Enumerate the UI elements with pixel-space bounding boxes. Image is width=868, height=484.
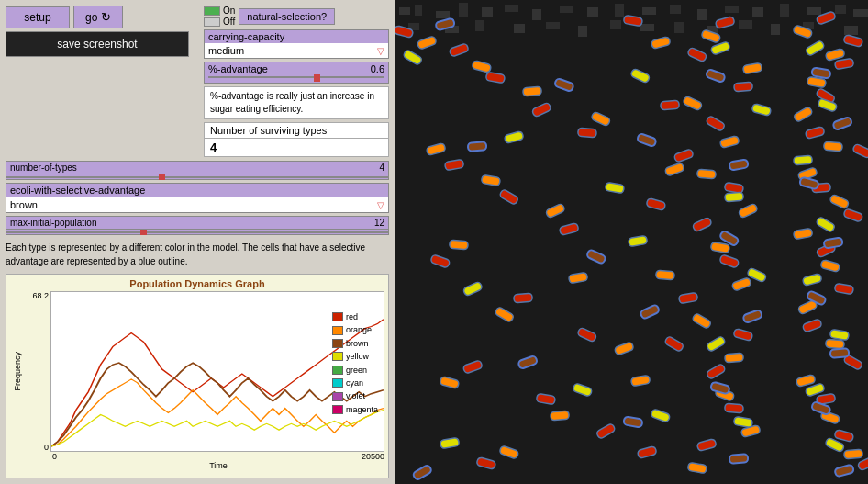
svg-rect-102 — [725, 353, 744, 363]
toggle-off-label: Off — [223, 17, 235, 27]
svg-rect-145 — [551, 411, 570, 421]
toggle-off-button[interactable]: Off — [204, 17, 235, 27]
y-axis-label: Frequency — [13, 352, 22, 391]
natural-selection-label: natural-selection? — [239, 8, 335, 25]
svg-rect-12 — [642, 7, 656, 15]
svg-rect-8 — [532, 9, 541, 20]
go-label: go — [85, 11, 97, 24]
max-initial-population-thumb[interactable] — [140, 230, 147, 235]
svg-rect-97 — [697, 169, 717, 179]
description-text: Each type is represented by a different … — [6, 239, 389, 270]
svg-rect-82 — [734, 82, 753, 92]
svg-rect-23 — [475, 20, 484, 31]
number-of-types-row: number-of-types 4 — [6, 161, 389, 174]
number-of-types-slider[interactable] — [6, 174, 389, 180]
svg-rect-5 — [459, 3, 468, 17]
svg-rect-28 — [640, 24, 654, 31]
x-axis: 0 20500 — [10, 452, 384, 461]
svg-rect-27 — [610, 20, 621, 29]
simulation-svg — [395, 0, 868, 484]
svg-rect-3 — [415, 5, 422, 16]
svg-rect-20 — [853, 9, 868, 17]
svg-rect-6 — [482, 7, 493, 17]
svg-rect-135 — [523, 86, 542, 96]
svg-rect-32 — [771, 24, 780, 35]
svg-rect-15 — [725, 6, 739, 13]
legend-red: red — [346, 310, 358, 323]
svg-rect-140 — [450, 240, 469, 250]
svg-rect-168 — [656, 270, 675, 280]
svg-rect-10 — [587, 7, 598, 17]
carrying-capacity-value: medium — [208, 45, 377, 56]
legend-orange: orange — [346, 323, 372, 336]
svg-rect-16 — [752, 7, 763, 17]
max-initial-population-row: max-initial-population 12 — [6, 216, 389, 230]
go-button[interactable]: go ↻ — [73, 6, 123, 28]
legend-cyan: cyan — [346, 377, 363, 389]
svg-rect-19 — [835, 5, 846, 14]
max-initial-population-value: 12 — [374, 218, 384, 228]
graph-title: Population Dynamics Graph — [10, 278, 384, 289]
toggle-on-label: On — [223, 6, 235, 16]
legend-violet: violet — [346, 389, 365, 402]
surviving-types-label: Number of surviving types — [205, 123, 388, 139]
legend-brown: brown — [346, 337, 369, 350]
svg-rect-14 — [697, 9, 707, 20]
svg-rect-155 — [468, 141, 487, 152]
svg-rect-25 — [546, 22, 560, 29]
max-initial-population-slider[interactable] — [6, 230, 389, 235]
pct-advantage-label: %-advantage — [208, 63, 367, 74]
svg-rect-26 — [578, 26, 587, 37]
carrying-capacity-dropdown[interactable]: medium ▽ — [205, 43, 388, 58]
surviving-types-value: 4 — [205, 139, 388, 156]
ecoli-label: ecoli-with-selective-advantage — [6, 183, 389, 197]
toggle-on-indicator — [204, 6, 220, 16]
svg-rect-60 — [826, 339, 845, 349]
ecoli-dropdown[interactable]: brown ▽ — [6, 197, 389, 213]
svg-rect-17 — [780, 4, 789, 17]
svg-rect-24 — [514, 24, 525, 33]
svg-rect-63 — [844, 449, 863, 459]
number-of-types-label: number-of-types — [10, 163, 375, 173]
svg-rect-163 — [661, 100, 680, 110]
y-max-label: 68.2 — [32, 291, 49, 300]
svg-rect-66 — [794, 155, 813, 165]
number-of-types-thumb[interactable] — [159, 174, 165, 180]
pct-advantage-value: 0.6 — [371, 63, 384, 74]
legend-yellow: yellow — [346, 350, 369, 363]
ecoli-dropdown-arrow: ▽ — [377, 200, 384, 210]
svg-rect-34 — [844, 26, 858, 35]
ecoli-value: brown — [10, 199, 377, 210]
save-screenshot-button[interactable]: save screenshot — [6, 31, 189, 57]
legend-green: green — [346, 364, 367, 377]
max-initial-population-label: max-initial-population — [10, 218, 371, 228]
svg-rect-108 — [725, 192, 744, 202]
surviving-types-section: Number of surviving types 4 — [204, 122, 389, 157]
svg-rect-7 — [505, 5, 518, 12]
svg-rect-31 — [739, 20, 752, 29]
svg-rect-4 — [436, 11, 450, 18]
svg-rect-127 — [514, 293, 533, 303]
toggle-on-button[interactable]: On — [204, 6, 235, 16]
pct-advantage-description: %-advantage is really just an increase i… — [204, 86, 389, 119]
population-dynamics-graph: Population Dynamics Graph Frequency 68.2… — [6, 274, 389, 478]
svg-rect-18 — [807, 7, 821, 15]
svg-rect-11 — [615, 4, 624, 17]
x-min-label: 0 — [52, 452, 57, 461]
svg-rect-77 — [830, 348, 850, 358]
svg-rect-91 — [725, 403, 744, 413]
number-of-types-value: 4 — [379, 163, 384, 173]
natural-selection-control: On Off natural-selection? — [204, 6, 389, 27]
svg-rect-29 — [674, 22, 684, 33]
setup-button[interactable]: setup — [6, 6, 70, 28]
pct-advantage-slider-thumb[interactable] — [314, 74, 320, 82]
svg-rect-122 — [578, 128, 597, 138]
dropdown-arrow-icon: ▽ — [377, 46, 384, 56]
svg-rect-117 — [729, 454, 749, 464]
simulation-view — [395, 0, 868, 484]
svg-rect-2 — [399, 7, 410, 15]
svg-rect-9 — [560, 6, 573, 13]
toggle-off-indicator — [204, 17, 220, 27]
carrying-capacity-label: carrying-capacity — [205, 30, 388, 43]
legend-magenta: magenta — [346, 403, 378, 416]
